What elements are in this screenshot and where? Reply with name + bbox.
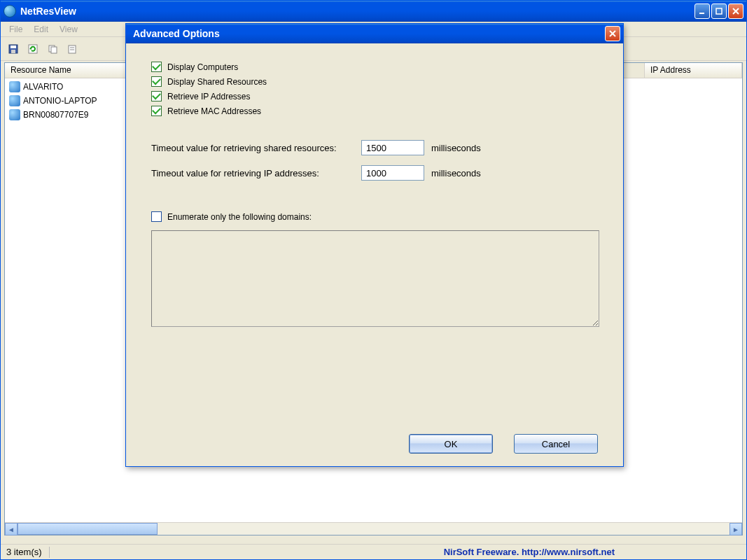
resource-name-cell: BRN00807707E9 xyxy=(23,110,88,120)
resource-name-cell: ANTONIO-LAPTOP xyxy=(23,96,97,106)
checkbox-label: Retrieve IP Addresses xyxy=(167,92,251,102)
computer-icon xyxy=(9,109,20,120)
save-icon[interactable] xyxy=(5,41,22,57)
properties-icon[interactable] xyxy=(64,41,81,57)
svg-rect-9 xyxy=(51,47,57,53)
checkbox-retrieve-mac[interactable] xyxy=(151,106,162,116)
checkbox-label: Display Shared Resources xyxy=(167,77,267,87)
checkbox-label: Retrieve MAC Addresses xyxy=(167,106,261,116)
dialog-body: Display Computers Display Shared Resourc… xyxy=(126,43,623,343)
col-resource-name[interactable]: Resource Name xyxy=(5,63,131,78)
window-controls xyxy=(694,4,743,19)
ok-button[interactable]: OK xyxy=(409,434,493,454)
timeout-ip-label: Timeout value for retrieving IP addresse… xyxy=(151,168,361,178)
timeout-ip-input[interactable] xyxy=(361,165,424,181)
svg-rect-1 xyxy=(716,8,722,14)
refresh-icon[interactable] xyxy=(25,41,41,57)
status-credit: NirSoft Freeware. http://www.nirsoft.net xyxy=(444,547,741,557)
maximize-button[interactable] xyxy=(711,4,727,19)
domains-textarea[interactable] xyxy=(151,230,599,327)
unit-label: milliseconds xyxy=(431,143,481,153)
dialog-buttons: OK Cancel xyxy=(409,434,598,454)
dialog-title: Advanced Options xyxy=(129,28,605,39)
timeout-shared-input[interactable] xyxy=(361,140,424,155)
col-ip-address[interactable]: IP Address xyxy=(644,63,742,78)
advanced-options-dialog: Advanced Options Display Computers Displ… xyxy=(125,23,624,467)
checkbox-label: Enumerate only the following domains: xyxy=(167,212,312,222)
checkbox-label: Display Computers xyxy=(167,62,238,72)
horizontal-scrollbar[interactable]: ◄ ► xyxy=(5,522,742,535)
checkbox-retrieve-ip[interactable] xyxy=(151,91,162,102)
statusbar: 3 item(s) NirSoft Freeware. http://www.n… xyxy=(1,544,746,559)
status-item-count: 3 item(s) xyxy=(6,547,42,557)
dialog-titlebar: Advanced Options xyxy=(126,24,623,43)
computer-icon xyxy=(9,95,20,106)
close-button[interactable] xyxy=(728,4,743,19)
unit-label: milliseconds xyxy=(431,168,481,178)
menu-edit[interactable]: Edit xyxy=(28,23,54,36)
menu-file[interactable]: File xyxy=(4,23,28,36)
scroll-track[interactable] xyxy=(158,523,729,535)
copy-icon[interactable] xyxy=(44,41,61,57)
status-separator xyxy=(49,547,50,558)
checkbox-display-shared[interactable] xyxy=(151,76,162,87)
checkbox-display-computers[interactable] xyxy=(151,62,162,72)
menu-view[interactable]: View xyxy=(54,23,83,36)
scroll-right-arrow[interactable]: ► xyxy=(729,523,742,536)
dialog-close-button[interactable] xyxy=(605,26,620,41)
svg-rect-6 xyxy=(11,50,15,53)
main-titlebar: NetResView xyxy=(1,1,746,22)
svg-rect-5 xyxy=(11,46,16,48)
cancel-button[interactable]: Cancel xyxy=(514,434,598,454)
timeout-ip-row: Timeout value for retrieving IP addresse… xyxy=(151,165,598,181)
main-window: NetResView File Edit View Resource Name … xyxy=(0,0,747,560)
minimize-button[interactable] xyxy=(694,4,710,19)
resource-name-cell: ALVARITO xyxy=(23,82,63,92)
scroll-left-arrow[interactable]: ◄ xyxy=(5,523,18,536)
scroll-thumb[interactable] xyxy=(18,523,158,535)
checkbox-enum-domains[interactable] xyxy=(151,211,162,222)
app-icon xyxy=(4,5,16,18)
timeout-shared-row: Timeout value for retrieving shared reso… xyxy=(151,140,598,155)
app-title: NetResView xyxy=(20,6,694,17)
computer-icon xyxy=(9,81,20,92)
timeout-shared-label: Timeout value for retrieving shared reso… xyxy=(151,143,361,153)
